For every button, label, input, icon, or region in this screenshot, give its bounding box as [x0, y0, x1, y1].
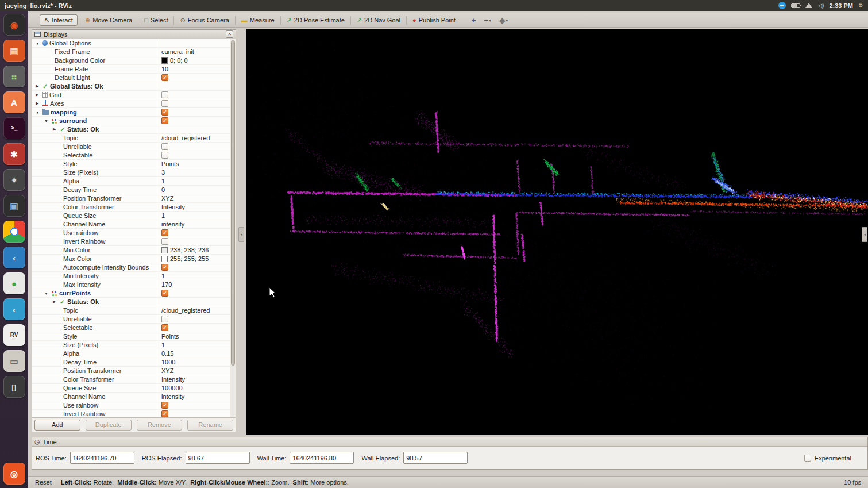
- expander-open-icon[interactable]: ▼: [36, 41, 42, 45]
- tree-row[interactable]: Invert Rainbow✓: [32, 410, 236, 418]
- tree-row[interactable]: Use rainbow✓: [32, 229, 236, 237]
- property-checkbox[interactable]: [161, 316, 168, 322]
- tool-measure[interactable]: ▬Measure: [237, 14, 279, 26]
- property-checkbox[interactable]: [161, 143, 168, 150]
- add-tool-button[interactable]: +: [469, 16, 479, 25]
- tree-row[interactable]: Min Color238; 238; 236: [32, 246, 236, 255]
- tree-row[interactable]: Queue Size100000: [32, 384, 236, 393]
- tree-row[interactable]: Size (Pixels)1: [32, 341, 236, 349]
- tree-row[interactable]: Max Color255; 255; 255: [32, 255, 236, 263]
- volume-icon[interactable]: ◁): [817, 2, 824, 9]
- tree-row[interactable]: Alpha0.15: [32, 349, 236, 358]
- wall-elapsed-input[interactable]: [403, 452, 468, 464]
- ros-time-input[interactable]: [70, 452, 134, 464]
- tree-row[interactable]: Invert Rainbow: [32, 237, 236, 246]
- tree-row[interactable]: Size (Pixels)3: [32, 168, 236, 177]
- tree-row[interactable]: Queue Size1: [32, 212, 236, 220]
- tree-row[interactable]: Use rainbow✓: [32, 401, 236, 410]
- expander-closed-icon[interactable]: ▶: [36, 101, 42, 106]
- session-gear-icon[interactable]: ⚙: [858, 2, 863, 9]
- tree-row[interactable]: Unreliable: [32, 315, 236, 324]
- tree-row[interactable]: Max Intensity170: [32, 280, 236, 289]
- rename-button[interactable]: Rename: [187, 420, 233, 431]
- tree-scrollbar[interactable]: [230, 39, 236, 417]
- launcher-files[interactable]: ▤: [3, 40, 25, 62]
- tree-row[interactable]: ▼surround✓: [32, 117, 236, 125]
- duplicate-button[interactable]: Duplicate: [86, 420, 132, 431]
- tool-move-camera[interactable]: ⊕Move Camera: [80, 14, 137, 26]
- launcher-software-center[interactable]: ⠶: [3, 66, 25, 87]
- tree-row[interactable]: Alpha1: [32, 177, 236, 186]
- tree-row[interactable]: Background Color0; 0; 0: [32, 56, 236, 65]
- tool-2d-pose-estimate[interactable]: ↗2D Pose Estimate: [282, 14, 349, 26]
- expander-open-icon[interactable]: ▼: [44, 119, 51, 123]
- property-checkbox[interactable]: [161, 100, 168, 107]
- tree-row[interactable]: ▶✓Status: Ok: [32, 298, 236, 306]
- property-checkbox[interactable]: ✓: [161, 290, 168, 297]
- launcher-dash[interactable]: ◉: [3, 14, 25, 36]
- launcher-chrome[interactable]: [3, 221, 25, 243]
- experimental-checkbox[interactable]: [804, 455, 811, 462]
- remove-tool-button[interactable]: −▾: [482, 16, 494, 25]
- tree-row[interactable]: StylePoints: [32, 160, 236, 168]
- launcher-media-app[interactable]: ▣: [3, 195, 25, 217]
- property-checkbox[interactable]: [161, 238, 168, 245]
- property-checkbox[interactable]: ✓: [161, 410, 168, 417]
- property-checkbox[interactable]: [161, 91, 168, 98]
- property-checkbox[interactable]: ✓: [161, 74, 168, 81]
- expander-closed-icon[interactable]: ▶: [36, 84, 42, 89]
- tree-row[interactable]: ▼mapping✓: [32, 108, 236, 117]
- tree-row[interactable]: Selectable: [32, 151, 236, 160]
- expander-closed-icon[interactable]: ▶: [36, 93, 42, 97]
- launcher-tweak-tool[interactable]: ✦: [3, 169, 25, 191]
- tree-row[interactable]: Position TransformerXYZ: [32, 194, 236, 203]
- panel-splitter-handle[interactable]: ◂: [238, 227, 244, 242]
- tree-row[interactable]: Min Intensity1: [32, 272, 236, 280]
- tree-row[interactable]: Decay Time1000: [32, 358, 236, 367]
- expander-open-icon[interactable]: ▼: [36, 110, 42, 114]
- tree-row[interactable]: Topic/cloud_registered: [32, 134, 236, 143]
- 3d-viewport[interactable]: [246, 29, 868, 435]
- tree-row[interactable]: Autocompute Intensity Bounds✓: [32, 263, 236, 272]
- tool-properties-button[interactable]: ◆▾: [497, 16, 510, 25]
- ros-elapsed-input[interactable]: [186, 452, 250, 464]
- launcher-text-editor[interactable]: A: [3, 91, 25, 113]
- displays-panel-header[interactable]: Displays ✕: [32, 30, 236, 39]
- remove-button[interactable]: Remove: [137, 420, 183, 431]
- input-indicator-icon[interactable]: [778, 2, 786, 9]
- panel-close-button[interactable]: ✕: [226, 30, 233, 38]
- tree-row[interactable]: StylePoints: [32, 332, 236, 341]
- add-button[interactable]: Add: [34, 420, 80, 431]
- expander-closed-icon[interactable]: ▶: [53, 299, 59, 304]
- tree-row[interactable]: ▼currPoints✓: [32, 289, 236, 298]
- launcher-workspace-bottom[interactable]: ◎: [3, 463, 25, 485]
- right-splitter-handle[interactable]: ◂: [862, 227, 867, 242]
- tool-2d-nav-goal[interactable]: ↗2D Nav Goal: [352, 14, 405, 26]
- tree-row[interactable]: Channel Nameintensity: [32, 220, 236, 229]
- tree-row[interactable]: Decay Time0: [32, 186, 236, 194]
- property-checkbox[interactable]: ✓: [161, 229, 168, 236]
- launcher-rviz[interactable]: RV: [3, 324, 25, 346]
- tree-row[interactable]: Frame Rate10: [32, 65, 236, 74]
- property-checkbox[interactable]: ✓: [161, 264, 168, 271]
- launcher-vscode-insiders[interactable]: ‹: [3, 298, 25, 320]
- tree-row[interactable]: ▼Global Options: [32, 39, 236, 48]
- launcher-vscode[interactable]: ‹: [3, 247, 25, 268]
- tool-focus-camera[interactable]: ⊙Focus Camera: [175, 14, 233, 26]
- tool-publish-point[interactable]: ●Publish Point: [408, 14, 460, 26]
- tree-row[interactable]: Topic/cloud_registered: [32, 306, 236, 315]
- expander-open-icon[interactable]: ▼: [44, 291, 51, 295]
- launcher-archive[interactable]: ▭: [3, 350, 25, 372]
- clock[interactable]: 2:33 PM: [829, 2, 853, 9]
- tree-row[interactable]: Default Light✓: [32, 74, 236, 82]
- tree-row[interactable]: Color TransformerIntensity: [32, 203, 236, 212]
- reset-button[interactable]: Reset: [35, 479, 52, 486]
- tree-row[interactable]: ▶✓Status: Ok: [32, 125, 236, 134]
- tree-row[interactable]: Unreliable: [32, 143, 236, 151]
- tree-row[interactable]: Color TransformerIntensity: [32, 375, 236, 384]
- property-checkbox[interactable]: ✓: [161, 324, 168, 331]
- expander-closed-icon[interactable]: ▶: [53, 127, 59, 132]
- property-checkbox[interactable]: ✓: [161, 109, 168, 116]
- launcher-sphere-app[interactable]: ●: [3, 272, 25, 294]
- property-checkbox[interactable]: ✓: [161, 402, 168, 409]
